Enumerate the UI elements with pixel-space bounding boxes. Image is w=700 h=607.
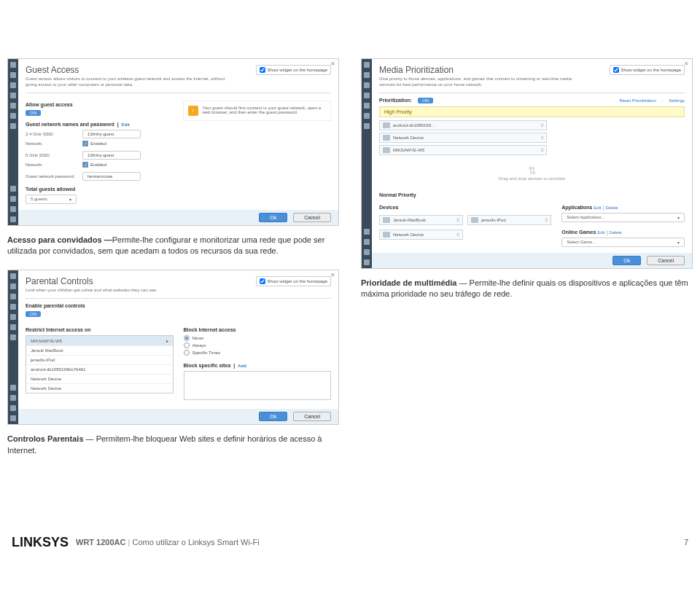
edit-link[interactable]: Edit <box>122 122 130 127</box>
panel-footer: Ok Cancel <box>18 409 338 424</box>
enable-parental-label: Enable parental controls <box>26 303 331 308</box>
ok-button[interactable]: Ok <box>259 412 287 421</box>
edit-link[interactable]: Edit <box>597 230 604 235</box>
normal-priority-header: Normal Priority <box>379 192 685 197</box>
show-widget-checkbox[interactable] <box>260 278 265 284</box>
menu-icon[interactable]: ≡ <box>541 136 544 140</box>
nav-icon <box>10 216 16 222</box>
prioritization-toggle[interactable]: ON <box>418 98 433 103</box>
radio-always[interactable]: Always <box>184 342 332 348</box>
menu-icon[interactable]: ≡ <box>545 218 548 222</box>
nav-icon <box>10 62 16 68</box>
panel-description: Guest access allows visitors to connect … <box>26 77 230 88</box>
radio-never[interactable]: Never <box>184 335 332 341</box>
content-row: ✕ Guest Access Show widget on the homepa… <box>0 0 700 469</box>
reset-link[interactable]: Reset Prioritization <box>619 98 656 103</box>
caption-bold: Controlos Parentais <box>7 434 84 443</box>
priority-device[interactable]: MIKSAWYE-W5≡ <box>379 145 547 155</box>
drop-area[interactable]: ⇅ Drag and drop devices to prioritize <box>379 157 685 188</box>
edit-link[interactable]: Edit <box>594 205 601 210</box>
close-icon[interactable]: ✕ <box>330 272 335 278</box>
show-widget-checkbox[interactable] <box>260 67 265 73</box>
menu-icon[interactable]: ≡ <box>457 232 460 237</box>
nav-icon <box>10 82 16 88</box>
nav-icon <box>10 206 16 212</box>
show-widget-toggle[interactable]: Show widget on the homepage <box>256 65 331 75</box>
right-column: ✕ Media Prioritization Show widget on th… <box>361 58 693 469</box>
show-widget-toggle[interactable]: Show widget on the homepage <box>256 276 331 286</box>
nav-icon <box>10 334 16 340</box>
ssid24-value: 13thirty-guest <box>82 130 141 138</box>
application-select[interactable]: Select Application... ▾ <box>561 213 685 222</box>
panel-body: ✕ Media Prioritization Show widget on th… <box>372 59 692 268</box>
cancel-button[interactable]: Cancel <box>293 412 331 421</box>
game-select[interactable]: Select Game... ▾ <box>561 238 685 247</box>
device-list[interactable]: MIKSAWYE-W5▸ Jerault MacBook jeraults-iP… <box>26 335 174 393</box>
close-icon[interactable]: ✕ <box>330 60 335 67</box>
settings-link[interactable]: Settings <box>669 98 685 103</box>
allow-guest-toggle[interactable]: ON <box>26 110 41 116</box>
blocked-sites-list[interactable] <box>184 371 332 400</box>
block-sites-label: Block specific sites <box>184 363 231 368</box>
nav-icon <box>364 113 370 119</box>
total-guests-select[interactable]: 5 guests ▾ <box>26 195 77 204</box>
priority-device[interactable]: android-db1085199...≡ <box>379 120 547 130</box>
nav-icon <box>364 103 370 109</box>
list-item: Network Device <box>26 375 173 384</box>
delete-link[interactable]: Delete <box>605 205 618 210</box>
radio-specific[interactable]: Specific Times <box>184 350 332 356</box>
ok-button[interactable]: Ok <box>612 256 641 265</box>
caption-bold: Acesso para convidados — <box>7 235 112 244</box>
chevron-down-icon: ▾ <box>677 240 680 245</box>
nav-icon <box>364 72 370 78</box>
block-access-label: Block Internet access <box>184 327 332 332</box>
close-icon[interactable]: ✕ <box>684 60 689 67</box>
devices-label: Devices <box>379 205 551 210</box>
block-radio-group: Never Always Specific Times <box>184 335 332 356</box>
nav-rail <box>362 59 372 268</box>
normal-device[interactable]: Network Device≡ <box>379 230 463 240</box>
ok-button[interactable]: Ok <box>259 213 287 222</box>
cancel-button[interactable]: Cancel <box>293 213 331 222</box>
nav-icon <box>10 324 16 330</box>
high-priority-header: High Priority <box>379 106 685 117</box>
nav-icon <box>10 304 16 310</box>
warning-icon: ! <box>188 106 198 116</box>
show-widget-toggle[interactable]: Show widget on the homepage <box>610 65 685 75</box>
enable-parental-toggle[interactable]: ON <box>26 311 41 317</box>
cancel-button[interactable]: Cancel <box>647 256 685 265</box>
nav-icon <box>10 385 16 391</box>
delete-link[interactable]: Delete <box>609 230 621 235</box>
enabled-24-check[interactable]: ✓Enabled <box>82 141 106 146</box>
menu-icon[interactable]: ≡ <box>541 148 544 152</box>
show-widget-checkbox[interactable] <box>613 67 619 73</box>
panel-footer: Ok Cancel <box>18 210 338 225</box>
nav-icon <box>364 93 370 98</box>
panel-description: Give priority to those devices, applicat… <box>379 77 583 88</box>
restrict-label: Restrict Internet access on <box>26 327 174 332</box>
device-icon <box>471 217 478 223</box>
games-label: Online Games <box>561 230 596 235</box>
ssid24-label: 2.4 GHz SSID: <box>26 132 77 136</box>
priority-device[interactable]: Network Device≡ <box>379 133 547 143</box>
panel-title: Guest Access <box>26 65 79 75</box>
menu-icon[interactable]: ≡ <box>457 218 460 222</box>
normal-device[interactable]: jeraults-iPod≡ <box>467 215 551 225</box>
device-icon <box>383 122 390 128</box>
panel-title: Media Prioritization <box>379 65 454 75</box>
nav-icon <box>10 93 16 98</box>
menu-icon[interactable]: ≡ <box>541 123 544 128</box>
device-icon <box>383 232 390 238</box>
list-item: android-db1085199bb76461 <box>26 365 173 375</box>
total-guests-label: Total guests allowed <box>26 187 174 192</box>
drop-text: Drag and drop devices to prioritize <box>499 176 565 181</box>
add-link[interactable]: Add <box>238 364 246 368</box>
nav-icon <box>364 82 370 88</box>
network-label: Network: <box>26 141 77 146</box>
nav-icon <box>364 229 370 235</box>
normal-device[interactable]: Jerault-MacBook≡ <box>379 215 463 225</box>
ssid5-label: 5 GHz SSID: <box>26 153 77 157</box>
nav-icon <box>10 113 16 119</box>
enabled-5-check[interactable]: ✓Enabled <box>82 162 106 168</box>
device-icon <box>383 135 390 141</box>
